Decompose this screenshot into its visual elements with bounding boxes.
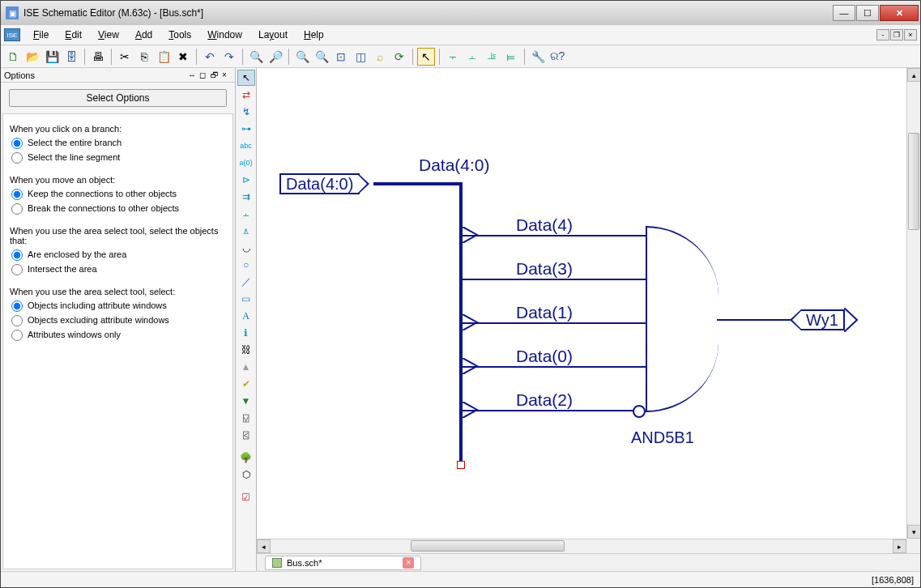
area-enclosed-radio[interactable]: [11, 249, 23, 261]
circle-icon[interactable]: ○: [237, 257, 255, 273]
help-icon[interactable]: ର?: [548, 48, 566, 66]
text-icon[interactable]: A: [237, 308, 255, 324]
document-tab[interactable]: Bus.sch* ×: [265, 556, 421, 570]
schematic-canvas[interactable]: Data(4:0) Data(4:0) AND5B1: [257, 68, 906, 539]
run1-icon[interactable]: ⍌: [237, 410, 255, 426]
maximize-button[interactable]: ☐: [856, 5, 879, 21]
move-break-radio[interactable]: [11, 203, 23, 215]
menu-window[interactable]: Window: [201, 28, 249, 42]
branch-entire-radio[interactable]: [11, 138, 23, 149]
delete-icon[interactable]: ✖: [174, 48, 192, 66]
vscrollbar[interactable]: ▴ ▾: [906, 68, 920, 539]
scroll-left-icon[interactable]: ◂: [257, 539, 271, 553]
bus-label-icon[interactable]: a(0): [237, 155, 255, 171]
rect-icon[interactable]: ▭: [237, 291, 255, 307]
output-wire[interactable]: [717, 319, 791, 321]
menu-layout[interactable]: Layout: [252, 28, 294, 42]
hier-icon[interactable]: ⬡: [237, 467, 255, 483]
refresh-icon[interactable]: ⟳: [390, 48, 408, 66]
zoomfit-icon[interactable]: ⊡: [332, 48, 350, 66]
menu-tools[interactable]: Tools: [162, 28, 198, 42]
info-icon[interactable]: ℹ: [237, 325, 255, 341]
scroll-right-icon[interactable]: ▸: [893, 539, 906, 553]
drc-icon[interactable]: ▼: [237, 393, 255, 409]
sel-attr-only-radio[interactable]: [11, 330, 23, 341]
validate-icon[interactable]: ☑: [237, 489, 255, 505]
open-icon[interactable]: 📂: [23, 48, 41, 66]
pointer-tool-icon[interactable]: ↖: [237, 70, 255, 86]
tap-wire-4[interactable]: [463, 410, 634, 411]
scroll-up-icon[interactable]: ▴: [907, 68, 920, 82]
zoomin-icon[interactable]: 🔍: [293, 48, 311, 66]
wrench-icon[interactable]: 🔧: [529, 48, 547, 66]
redo-icon[interactable]: ↷: [220, 48, 238, 66]
tree-icon[interactable]: 🌳: [237, 450, 255, 466]
wire-icon[interactable]: ↯: [237, 104, 255, 120]
output-marker[interactable]: Wy1: [801, 309, 845, 330]
cut-icon[interactable]: ✂: [116, 48, 134, 66]
mdi-restore[interactable]: ❐: [890, 29, 903, 40]
tab-close-icon[interactable]: ×: [403, 557, 414, 569]
align1-icon[interactable]: ⫟: [444, 48, 462, 66]
area-intersect-radio[interactable]: [11, 264, 23, 275]
line-icon[interactable]: ／: [237, 274, 255, 290]
check-icon[interactable]: ✔: [237, 376, 255, 392]
minimize-button[interactable]: —: [833, 5, 855, 21]
saveall-icon[interactable]: 🗄: [62, 48, 80, 66]
menu-help[interactable]: Help: [297, 28, 330, 42]
select-options-button[interactable]: Select Options: [9, 89, 227, 107]
zoom-tool-icon[interactable]: 🔎: [266, 48, 284, 66]
panel-close-icon[interactable]: ×: [222, 70, 232, 79]
paste-icon[interactable]: 📋: [155, 48, 173, 66]
print-icon[interactable]: 🖶: [89, 48, 107, 66]
zoombox-icon[interactable]: ◫: [352, 48, 369, 66]
sel-exclude-attr-radio[interactable]: [11, 315, 23, 326]
bus-hwire[interactable]: [373, 182, 463, 185]
select-mode-icon[interactable]: ↖: [417, 48, 435, 66]
new-icon[interactable]: 🗋: [4, 48, 22, 66]
scroll-down-icon[interactable]: ▾: [907, 525, 920, 539]
mdi-close[interactable]: ×: [904, 29, 917, 40]
align2-icon[interactable]: ⫠: [463, 48, 481, 66]
close-button[interactable]: ✕: [880, 5, 919, 21]
menu-edit[interactable]: Edit: [58, 28, 88, 42]
tap-wire-1[interactable]: [463, 279, 646, 280]
move-keep-radio[interactable]: [11, 189, 23, 200]
bus-icon[interactable]: ⊳: [237, 172, 255, 188]
tap-wire-2[interactable]: [463, 322, 646, 324]
instance-icon[interactable]: ⍋: [237, 223, 255, 239]
port-icon[interactable]: ⇉: [237, 189, 255, 205]
panel-max-icon[interactable]: 🗗: [211, 70, 220, 79]
align3-icon[interactable]: ⫡: [483, 48, 501, 66]
compass-icon[interactable]: ⛓: [237, 342, 255, 358]
arc-icon[interactable]: ◡: [237, 240, 255, 256]
copy-icon[interactable]: ⎘: [135, 48, 153, 66]
menu-file[interactable]: File: [27, 28, 55, 42]
sel-include-attr-radio[interactable]: [11, 300, 23, 312]
zoomsel-icon[interactable]: ⌕: [371, 48, 389, 66]
branch-segment-radio[interactable]: [11, 152, 23, 164]
bus-terminal[interactable]: [457, 461, 465, 469]
hscroll-thumb[interactable]: [411, 540, 565, 552]
pin-icon[interactable]: ▲: [237, 359, 255, 375]
run2-icon[interactable]: ⍃: [237, 427, 255, 443]
tap-wire-3[interactable]: [463, 366, 646, 368]
menu-add[interactable]: Add: [129, 28, 159, 42]
hscrollbar[interactable]: ◂ ▸: [257, 539, 906, 552]
find-icon[interactable]: 🔍: [247, 48, 265, 66]
input-bus-marker[interactable]: Data(4:0): [279, 173, 360, 194]
symbol-icon[interactable]: ⫠: [237, 206, 255, 222]
panel-float-icon[interactable]: ◻: [199, 70, 209, 79]
save-icon[interactable]: 💾: [43, 48, 61, 66]
menu-view[interactable]: View: [92, 28, 126, 42]
net-icon[interactable]: ⊶: [237, 121, 255, 137]
netname-icon[interactable]: abc: [237, 138, 255, 154]
autoroute-icon[interactable]: ⇄: [237, 87, 255, 103]
panel-rearrange-icon[interactable]: ↔: [188, 70, 198, 79]
mdi-minimize[interactable]: -: [876, 29, 889, 40]
zoomout-icon[interactable]: 🔍: [313, 48, 330, 66]
tap-wire-0[interactable]: [463, 235, 646, 236]
vscroll-thumb[interactable]: [908, 133, 919, 230]
undo-icon[interactable]: ↶: [201, 48, 219, 66]
align4-icon[interactable]: ⫢: [502, 48, 520, 66]
